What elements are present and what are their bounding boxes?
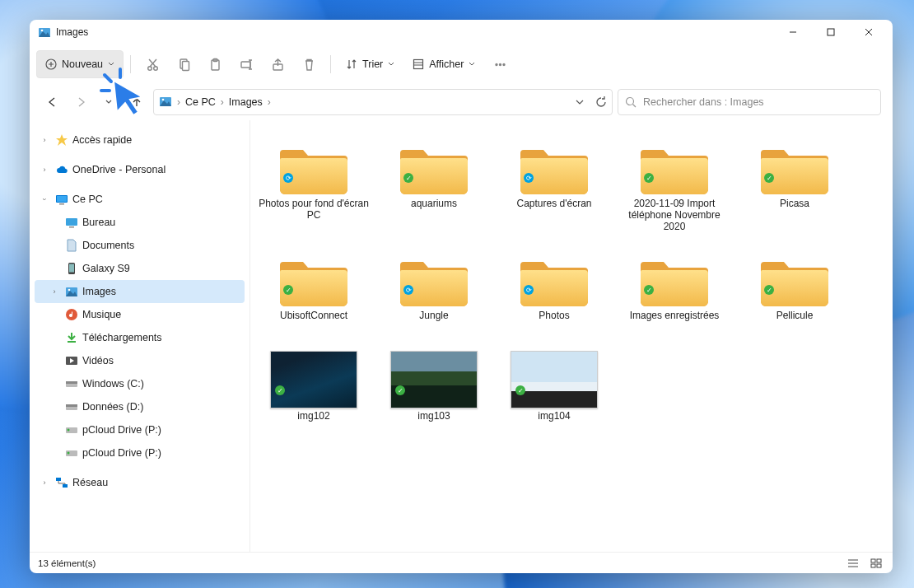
- sidebar-item-label: pCloud Drive (P:): [82, 424, 161, 436]
- grid-item[interactable]: ✓ img102: [254, 351, 374, 435]
- sidebar-item[interactable]: Téléchargements: [35, 326, 245, 349]
- svg-rect-4: [828, 29, 834, 35]
- up-button[interactable]: [125, 91, 148, 114]
- share-button[interactable]: [263, 50, 292, 78]
- close-button[interactable]: [850, 20, 888, 44]
- item-icon: [64, 261, 79, 276]
- sidebar-item[interactable]: Musique: [35, 303, 245, 326]
- item-icon: [64, 284, 79, 299]
- search-input[interactable]: Rechercher dans : Images: [618, 89, 881, 115]
- sidebar-item-label: Windows (C:): [82, 378, 144, 390]
- grid-item[interactable]: ✓ img104: [494, 351, 614, 435]
- collapse-icon[interactable]: ›: [40, 193, 49, 206]
- item-label: img103: [376, 410, 492, 435]
- sidebar-item[interactable]: Bureau: [35, 211, 245, 234]
- sidebar-item[interactable]: pCloud Drive (P:): [35, 441, 245, 464]
- sidebar-item[interactable]: pCloud Drive (P:): [35, 418, 245, 441]
- grid-item[interactable]: ⟳ Captures d'écran: [494, 137, 614, 232]
- svg-point-54: [68, 429, 70, 432]
- cut-button[interactable]: [138, 50, 167, 78]
- address-bar[interactable]: › Ce PC › Images ›: [153, 89, 613, 115]
- grid-item[interactable]: ✓ aquariums: [374, 137, 494, 232]
- sidebar-item[interactable]: Données (D:): [35, 395, 245, 418]
- crumb-separator-icon: ›: [268, 96, 271, 108]
- item-label: Jungle: [376, 310, 492, 334]
- folder-icon: [759, 137, 830, 196]
- star-icon: [54, 133, 69, 147]
- expand-icon[interactable]: ›: [38, 166, 51, 174]
- sort-button[interactable]: Trier: [338, 50, 403, 78]
- svg-point-27: [499, 63, 501, 65]
- svg-rect-50: [66, 381, 77, 384]
- check-icon: ✓: [275, 385, 285, 395]
- sidebar-item[interactable]: Galaxy S9: [35, 257, 245, 280]
- delete-button[interactable]: [294, 50, 324, 78]
- sidebar-network[interactable]: › Réseau: [35, 471, 245, 494]
- window-title: Images: [56, 26, 88, 38]
- details-view-button[interactable]: [845, 556, 861, 571]
- forward-button[interactable]: [69, 91, 92, 114]
- item-label: Captures d'écran: [497, 198, 612, 222]
- svg-point-26: [496, 63, 497, 65]
- grid-item[interactable]: ✓ Pellicule: [734, 249, 855, 334]
- svg-rect-41: [69, 264, 74, 273]
- back-button[interactable]: [41, 91, 64, 114]
- svg-marker-34: [56, 134, 68, 146]
- chevron-down-icon[interactable]: [576, 98, 584, 106]
- svg-point-31: [162, 98, 165, 100]
- sidebar-item-label: Ce PC: [72, 194, 103, 205]
- grid-item[interactable]: ⟳ Photos pour fond d'écran PC: [254, 137, 374, 232]
- folder-icon: [759, 249, 830, 308]
- status-bar: 13 élément(s): [30, 552, 893, 573]
- breadcrumb-root[interactable]: Ce PC: [182, 96, 219, 108]
- breadcrumb-current[interactable]: Images: [226, 96, 266, 108]
- sort-label: Trier: [362, 58, 383, 70]
- sync-icon: ⟳: [403, 285, 413, 295]
- item-icon: [64, 446, 79, 460]
- sidebar-quick-access[interactable]: › Accès rapide: [35, 128, 245, 152]
- sync-icon: ⟳: [524, 173, 534, 183]
- svg-rect-58: [63, 484, 68, 488]
- sort-icon: [346, 58, 357, 70]
- svg-rect-52: [66, 404, 77, 407]
- maximize-button[interactable]: [812, 20, 850, 44]
- rename-button[interactable]: [231, 50, 261, 78]
- thumbnails-view-button[interactable]: [868, 556, 884, 571]
- view-button[interactable]: Afficher: [404, 50, 483, 78]
- recent-button[interactable]: [97, 91, 120, 114]
- content-pane[interactable]: ⟳ Photos pour fond d'écran PC ✓ aquarium…: [250, 120, 893, 552]
- minimize-button[interactable]: [774, 20, 812, 44]
- svg-point-32: [627, 98, 634, 105]
- svg-point-44: [68, 289, 71, 292]
- sidebar-item[interactable]: Documents: [35, 234, 245, 257]
- check-icon: ✓: [644, 285, 654, 295]
- sidebar-item-label: Téléchargements: [82, 332, 162, 343]
- grid-item[interactable]: ⟳ Jungle: [374, 249, 494, 334]
- svg-rect-38: [66, 218, 77, 226]
- svg-rect-64: [871, 564, 875, 567]
- grid-item[interactable]: ✓ Images enregistrées: [614, 249, 734, 334]
- grid-item[interactable]: ✓ 2020-11-09 Import téléphone Novembre 2…: [614, 137, 734, 232]
- grid-item[interactable]: ✓ img103: [374, 351, 494, 435]
- sidebar-this-pc[interactable]: › Ce PC: [35, 188, 245, 211]
- refresh-icon[interactable]: [595, 96, 607, 108]
- expand-icon[interactable]: ›: [38, 478, 51, 487]
- paste-button[interactable]: [200, 50, 230, 78]
- expand-icon[interactable]: ›: [38, 136, 51, 144]
- copy-button[interactable]: [169, 50, 198, 78]
- sidebar-item-label: Documents: [82, 240, 134, 251]
- expand-icon[interactable]: ›: [48, 287, 61, 296]
- sidebar-item[interactable]: Vidéos: [35, 349, 245, 372]
- item-icon: [64, 399, 79, 414]
- grid-item[interactable]: ✓ Picasa: [734, 137, 855, 232]
- grid-item[interactable]: ⟳ Photos: [494, 249, 614, 334]
- sidebar-item-label: Musique: [82, 309, 121, 320]
- sidebar-item[interactable]: › Images: [35, 280, 245, 303]
- folder-icon: [278, 137, 349, 196]
- sidebar-item[interactable]: Windows (C:): [35, 372, 245, 395]
- more-button[interactable]: [485, 50, 515, 78]
- grid-item[interactable]: ✓ UbisoftConnect: [254, 249, 374, 334]
- sidebar-onedrive[interactable]: › OneDrive - Personal: [35, 158, 245, 181]
- new-button[interactable]: Nouveau: [36, 50, 124, 78]
- cloud-icon: [54, 162, 69, 177]
